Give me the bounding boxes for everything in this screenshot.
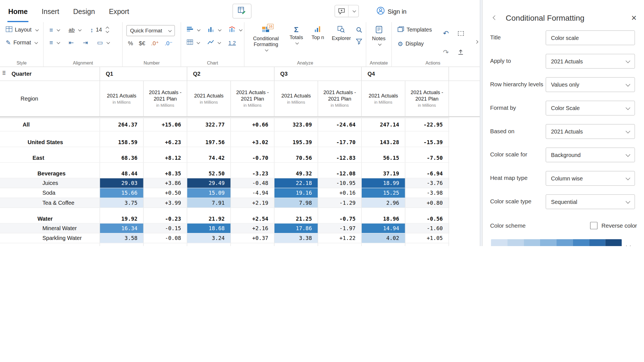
value-cell[interactable]: +1.22: [318, 234, 362, 243]
value-cell[interactable]: 68.36: [100, 147, 144, 162]
value-cell[interactable]: 37.19: [362, 163, 405, 178]
filter-icon[interactable]: [356, 39, 362, 44]
value-cell[interactable]: -3.76: [405, 178, 449, 188]
decimal-places-button[interactable]: 1.2: [226, 39, 238, 47]
value-cell[interactable]: -0.71: [144, 243, 187, 246]
borders-button[interactable]: ▭: [95, 38, 112, 47]
value-cell[interactable]: +3.02: [231, 132, 274, 147]
value-cell[interactable]: -12.08: [318, 163, 362, 178]
quick-format-select[interactable]: Quick Format: [126, 25, 175, 36]
text-style-button[interactable]: ab: [67, 25, 83, 34]
value-cell[interactable]: 16.34: [100, 223, 144, 233]
value-cell[interactable]: 56.15: [362, 147, 405, 162]
value-cell[interactable]: -12.83: [318, 147, 362, 162]
table-row[interactable]: East68.36+8.1274.42-0.7070.56-12.8356.15…: [0, 147, 449, 163]
color-scale-type-select[interactable]: Sequential: [546, 194, 635, 209]
display-button[interactable]: ⚙ Display: [396, 39, 434, 48]
value-cell[interactable]: 36.64: [362, 243, 405, 246]
ribbon-expand-button[interactable]: [472, 37, 479, 47]
value-cell[interactable]: -0.75: [318, 208, 362, 223]
table-row[interactable]: Water19.92-0.2321.92+2.5421.25-0.7518.96…: [0, 208, 449, 223]
title-input[interactable]: Color scale: [546, 30, 635, 45]
delta-column-header[interactable]: 2021 Actuals - 2021 Planin Millions: [144, 81, 187, 116]
value-cell[interactable]: 40.52: [100, 243, 144, 246]
value-cell[interactable]: 21.25: [274, 208, 318, 223]
value-cell[interactable]: 18.99: [362, 178, 405, 188]
edit-sheet-button[interactable]: [233, 4, 252, 18]
value-cell[interactable]: -0.15: [144, 223, 187, 233]
format-button[interactable]: ✎ Format: [4, 38, 39, 47]
value-cell[interactable]: -1.97: [318, 223, 362, 233]
value-cell[interactable]: -0.23: [144, 208, 187, 223]
region-header-cell[interactable]: Region: [0, 81, 100, 116]
value-cell[interactable]: +15.06: [144, 118, 187, 131]
value-cell[interactable]: -0.56: [405, 208, 449, 223]
value-cell[interactable]: 14.94: [362, 223, 405, 233]
value-cell[interactable]: -1.60: [405, 223, 449, 233]
explorer-button[interactable]: Explorer: [330, 25, 353, 42]
actuals-column-header[interactable]: 2021 Actualsin Millions: [187, 81, 231, 116]
value-cell[interactable]: +8.12: [144, 147, 187, 162]
vertical-align-button[interactable]: ≡: [47, 38, 61, 47]
conditional-formatting-button[interactable]: 16 Conditional Formatting: [248, 25, 284, 53]
row-hierarchy-levels-select[interactable]: Values only: [546, 77, 635, 92]
value-cell[interactable]: -15.39: [405, 132, 449, 147]
quarter-header-q4[interactable]: Q4: [362, 67, 449, 81]
table-view-button[interactable]: [185, 38, 202, 47]
indent-increase-button[interactable]: ⇥: [81, 38, 90, 47]
based-on-select[interactable]: 2021 Actuals: [546, 124, 635, 139]
value-cell[interactable]: +6.23: [144, 132, 187, 147]
table-row[interactable]: Mineral Water16.34-0.1518.68+2.1617.86-1…: [0, 223, 449, 233]
quarter-header-q1[interactable]: Q1: [100, 67, 187, 81]
table-row[interactable]: United States158.59+6.23197.56+3.02195.3…: [0, 132, 449, 147]
delta-column-header[interactable]: 2021 Actuals - 2021 Planin Millions: [231, 81, 274, 116]
increase-decimal-button[interactable]: .0⁺: [151, 40, 159, 47]
templates-button[interactable]: Templates: [396, 25, 434, 35]
value-cell[interactable]: -10.95: [318, 178, 362, 188]
value-cell[interactable]: -17.70: [318, 132, 362, 147]
value-cell[interactable]: -0.48: [231, 178, 274, 188]
value-cell[interactable]: 197.56: [187, 132, 231, 147]
value-cell[interactable]: +1.05: [405, 234, 449, 243]
value-cell[interactable]: 323.09: [274, 118, 318, 131]
value-cell[interactable]: 74.42: [187, 147, 231, 162]
font-size-stepper[interactable]: ↕ 14: [88, 25, 110, 35]
value-cell[interactable]: 29.49: [187, 178, 231, 188]
bar-chart-button[interactable]: [185, 25, 202, 35]
value-cell[interactable]: 7.98: [274, 198, 318, 208]
color-scheme-dropdown-icon[interactable]: [625, 242, 630, 246]
undo-icon[interactable]: ↶: [441, 27, 451, 41]
value-cell[interactable]: 50.48: [274, 243, 318, 246]
tab-export[interactable]: Export: [108, 8, 130, 22]
value-cell[interactable]: -6.94: [405, 163, 449, 178]
value-cell[interactable]: -1.10: [318, 243, 362, 246]
apply-to-select[interactable]: 2021 Actuals: [546, 54, 635, 69]
layout-button[interactable]: Layout: [4, 25, 39, 35]
redo-icon[interactable]: ↷: [441, 46, 451, 59]
table-row[interactable]: Sparkling Water3.58-0.083.24+0.373.38+1.…: [0, 234, 449, 243]
value-cell[interactable]: 3.24: [187, 234, 231, 243]
value-cell[interactable]: -4.94: [231, 188, 274, 198]
corner-header-cell[interactable]: ⠿ Quarter: [0, 67, 100, 81]
value-cell[interactable]: +0.16: [318, 188, 362, 198]
value-cell[interactable]: -7.50: [405, 147, 449, 162]
value-cell[interactable]: +0.66: [231, 118, 274, 131]
add-comment-button[interactable]: [335, 5, 359, 17]
value-cell[interactable]: +0.50: [144, 188, 187, 198]
quarter-header-q2[interactable]: Q2: [187, 67, 274, 81]
table-row[interactable]: Tea & Coffee3.75+3.997.91+2.197.98-1.292…: [0, 198, 449, 208]
value-cell[interactable]: 15.09: [187, 188, 231, 198]
value-cell[interactable]: 4.02: [362, 234, 405, 243]
value-cell[interactable]: 48.44: [100, 163, 144, 178]
value-cell[interactable]: +3.99: [144, 198, 187, 208]
value-cell[interactable]: +3.86: [144, 178, 187, 188]
value-cell[interactable]: 21.92: [187, 208, 231, 223]
value-cell[interactable]: -24.64: [318, 118, 362, 131]
value-cell[interactable]: -22.95: [405, 118, 449, 131]
drag-handle-icon[interactable]: ⠿: [2, 71, 6, 76]
color-scale-for-select[interactable]: Background: [546, 147, 635, 162]
value-cell[interactable]: 15.25: [362, 188, 405, 198]
reverse-color-box[interactable]: [590, 222, 597, 229]
value-cell[interactable]: 52.50: [187, 163, 231, 178]
combo-chart-button[interactable]: [227, 25, 244, 35]
